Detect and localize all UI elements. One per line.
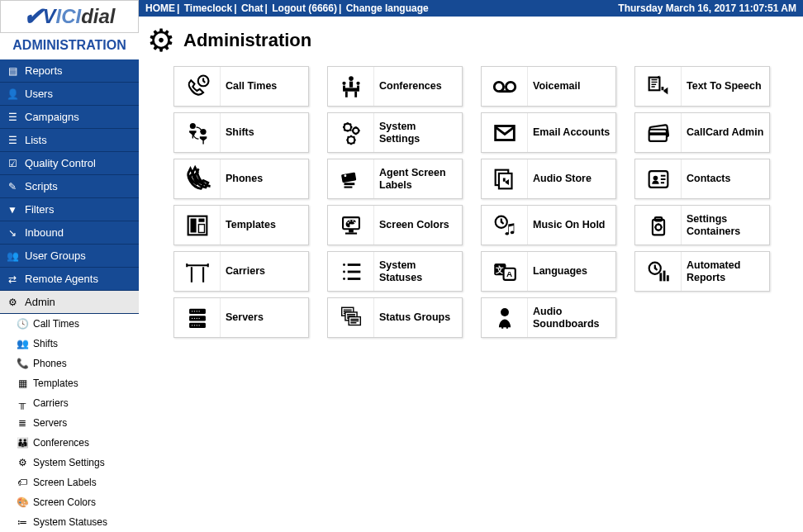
nav-remote[interactable]: ⇄Remote Agents xyxy=(0,268,139,291)
tile-contacts[interactable]: Contacts xyxy=(634,159,770,199)
label-icon: 🏷 xyxy=(17,477,28,488)
nav-scripts[interactable]: ✎Scripts xyxy=(0,175,139,198)
audiostore-icon xyxy=(482,159,528,198)
shifts-icon: 👥 xyxy=(17,338,28,349)
palette-icon: 🎨 xyxy=(17,496,28,508)
languages-icon xyxy=(482,252,528,291)
sub-conf[interactable]: 👪Conferences xyxy=(0,433,139,453)
tile-carriers[interactable]: Carriers xyxy=(173,251,309,292)
tile-servers[interactable]: Servers xyxy=(173,297,309,338)
filter-icon: ▼ xyxy=(7,204,18,216)
tile-groups[interactable]: Status Groups xyxy=(327,297,463,338)
sub-shifts[interactable]: 👥Shifts xyxy=(0,334,139,354)
tile-phones[interactable]: Phones xyxy=(173,159,309,199)
tile-conferences[interactable]: Conferences xyxy=(327,66,463,107)
phone-icon: 📞 xyxy=(17,358,28,369)
template-icon: ▦ xyxy=(17,378,28,389)
nav-filters[interactable]: ▼Filters xyxy=(0,198,139,221)
tile-email[interactable]: Email Accounts xyxy=(481,112,616,153)
sidebar: ✔VICIdial ADMINISTRATION ▤Reports 👤Users… xyxy=(0,0,139,532)
tile-statuses[interactable]: System Statuses xyxy=(327,251,463,292)
tile-colors[interactable]: Screen Colors xyxy=(327,205,463,245)
admin-title: ADMINISTRATION xyxy=(0,33,139,59)
sub-statuses[interactable]: ≔System Statuses xyxy=(0,512,139,532)
list-icon: ☰ xyxy=(7,135,18,146)
sub-templates[interactable]: ▦Templates xyxy=(0,373,139,393)
link-logout[interactable]: Logout (6666) xyxy=(272,2,337,14)
sub-sysset[interactable]: ⚙System Settings xyxy=(0,453,139,473)
nav-reports[interactable]: ▤Reports xyxy=(0,59,139,83)
nav-lists[interactable]: ☰Lists xyxy=(0,129,139,152)
tile-audiostore[interactable]: Audio Store xyxy=(481,159,616,199)
contacts-icon xyxy=(635,159,682,198)
shifts-icon xyxy=(174,113,221,152)
sub-calltimes[interactable]: 🕓Call Times xyxy=(0,314,139,334)
colors-icon xyxy=(328,206,374,245)
group-icon: 👥 xyxy=(7,250,18,262)
sub-colors[interactable]: 🎨Screen Colors xyxy=(0,492,139,512)
clock-icon: 🕓 xyxy=(17,318,28,330)
tile-voicemail[interactable]: Voicemail xyxy=(481,66,616,107)
remote-icon: ⇄ xyxy=(7,273,18,285)
link-home[interactable]: HOME xyxy=(145,2,175,14)
content: ⚙ Administration Call Times Shifts Phone… xyxy=(139,17,803,532)
conferences-icon xyxy=(328,67,374,106)
nav-usergroups[interactable]: 👥User Groups xyxy=(0,245,139,268)
tile-templates[interactable]: Templates xyxy=(173,205,309,245)
nav-list: ▤Reports 👤Users ☰Campaigns ☰Lists ☑Quali… xyxy=(0,59,139,314)
tile-autorep[interactable]: Automated Reports xyxy=(634,251,770,292)
voicemail-icon xyxy=(482,67,528,106)
tile-shifts[interactable]: Shifts xyxy=(173,112,309,153)
inbound-icon: ↘ xyxy=(7,227,18,239)
conf-icon: 👪 xyxy=(17,437,28,449)
sub-servers[interactable]: ≣Servers xyxy=(0,413,139,433)
tile-containers[interactable]: Settings Containers xyxy=(634,205,770,245)
server-icon: ≣ xyxy=(17,417,28,429)
tile-moh[interactable]: Music On Hold xyxy=(481,205,616,245)
gear-icon: ⚙ xyxy=(147,25,175,56)
nav-admin[interactable]: ⚙Admin xyxy=(0,291,139,314)
subnav-list: 🕓Call Times 👥Shifts 📞Phones ▦Templates ╥… xyxy=(0,314,139,532)
carriers-icon xyxy=(174,252,221,291)
tile-languages[interactable]: Languages xyxy=(481,251,616,292)
tile-settings[interactable]: System Settings xyxy=(327,112,463,153)
settings-icon xyxy=(328,113,374,152)
labels-icon xyxy=(328,159,374,198)
autorep-icon xyxy=(635,252,682,291)
page-head: ⚙ Administration xyxy=(147,25,795,56)
nav-inbound[interactable]: ↘Inbound xyxy=(0,221,139,245)
calltimes-icon xyxy=(174,67,221,106)
link-timeclock[interactable]: Timeclock xyxy=(184,2,232,14)
user-icon: 👤 xyxy=(7,88,18,100)
servers-icon xyxy=(174,298,221,337)
email-icon xyxy=(482,113,528,152)
list-icon: ☰ xyxy=(7,112,18,123)
top-links: HOME| Timeclock| Chat| Logout (6666)| Ch… xyxy=(145,2,429,14)
statuses-icon xyxy=(328,252,374,291)
check-icon: ☑ xyxy=(7,158,18,169)
nav-campaigns[interactable]: ☰Campaigns xyxy=(0,106,139,129)
link-chat[interactable]: Chat xyxy=(241,2,264,14)
containers-icon xyxy=(635,206,682,245)
tile-labels[interactable]: Agent Screen Labels xyxy=(327,159,463,199)
sub-labels[interactable]: 🏷Screen Labels xyxy=(0,473,139,492)
tile-calltimes[interactable]: Call Times xyxy=(173,66,309,107)
gear-icon: ⚙ xyxy=(7,297,18,308)
list-icon: ≔ xyxy=(17,516,28,528)
sub-carriers[interactable]: ╥Carriers xyxy=(0,393,139,413)
page-title: Administration xyxy=(183,30,311,51)
link-lang[interactable]: Change language xyxy=(346,2,429,14)
moh-icon xyxy=(482,206,528,245)
tile-soundboards[interactable]: Audio Soundboards xyxy=(481,297,616,338)
templates-icon xyxy=(174,206,221,245)
nav-quality[interactable]: ☑Quality Control xyxy=(0,152,139,175)
datetime: Thursday March 16, 2017 11:07:51 AM xyxy=(618,2,796,14)
topbar: HOME| Timeclock| Chat| Logout (6666)| Ch… xyxy=(139,0,803,17)
nav-users[interactable]: 👤Users xyxy=(0,83,139,106)
logo: ✔VICIdial xyxy=(0,0,139,33)
tile-tts[interactable]: Text To Speech xyxy=(634,66,770,107)
settings-icon: ⚙ xyxy=(17,457,28,468)
list-icon: ▤ xyxy=(7,65,18,77)
sub-phones[interactable]: 📞Phones xyxy=(0,354,139,373)
tile-callcard[interactable]: CallCard Admin xyxy=(634,112,770,153)
